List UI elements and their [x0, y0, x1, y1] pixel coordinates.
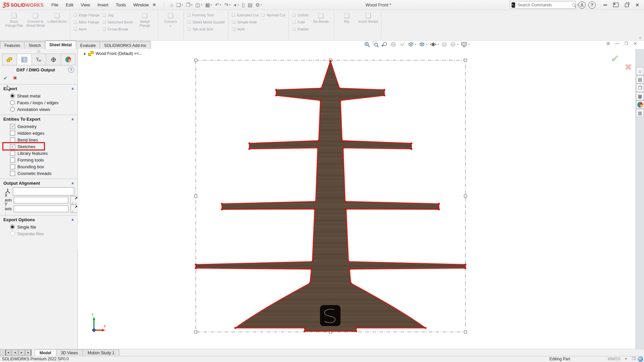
pin-menu-icon[interactable]: ✱ — [153, 2, 156, 7]
simple-hole-button[interactable]: ❏Simple Hole — [231, 18, 259, 25]
export-annotation-views-radio[interactable] — [10, 107, 15, 112]
tab-evaluate[interactable]: Evaluate — [76, 42, 100, 49]
sketch-point[interactable] — [310, 268, 312, 270]
doc-minimize-icon[interactable]: — — [614, 41, 621, 46]
open-button[interactable]: ❐▾ — [185, 2, 193, 8]
new-document-button[interactable]: ❏▾ — [175, 2, 184, 8]
doc-close-icon[interactable]: ✕ — [632, 41, 639, 46]
redo-dropdown-icon[interactable]: ▾ — [229, 3, 230, 6]
print-dropdown-icon[interactable]: ▾ — [211, 3, 212, 6]
sketch-point[interactable] — [234, 327, 236, 329]
taskpane-appearances-button[interactable] — [636, 101, 644, 109]
rebuild-button[interactable]: ▯ — [241, 2, 246, 8]
taskpane-design-library-button[interactable]: ▤ — [636, 75, 644, 83]
open-dropdown-icon[interactable]: ▾ — [191, 3, 192, 6]
sketch-point[interactable] — [317, 147, 319, 149]
jog-button[interactable]: ❏Jog — [102, 11, 133, 18]
panel-help-icon[interactable]: ? — [68, 67, 74, 73]
tab-3d-views[interactable]: 3D Views — [56, 349, 83, 356]
undo-button[interactable]: ↶▾ — [214, 2, 222, 8]
sketch-point[interactable] — [348, 268, 351, 270]
entity-geometry-checkbox[interactable]: ✓ — [10, 124, 15, 129]
sketch-point[interactable] — [315, 200, 317, 202]
extruded-cut-button[interactable]: ❏Extruded Cut — [231, 11, 259, 18]
search-icon[interactable] — [572, 3, 575, 7]
selection-handle[interactable] — [195, 59, 197, 62]
panel-tab-dxf-dwg-output[interactable] — [17, 54, 32, 65]
sketch-point[interactable] — [411, 142, 413, 144]
select-button[interactable]: ➤▾ — [232, 2, 240, 8]
panel-tab-appearances[interactable] — [61, 54, 76, 65]
ok-button[interactable]: ✔ — [3, 75, 8, 81]
entity-hidden-edges[interactable]: Hidden edges — [0, 130, 77, 136]
doc-pane-icon[interactable]: ⊞ — [605, 41, 611, 46]
search-input[interactable] — [517, 2, 570, 8]
sketch-point[interactable] — [338, 87, 340, 89]
entity-bounding-box-checkbox[interactable] — [10, 164, 15, 169]
user-account-icon[interactable] — [578, 1, 586, 9]
panel-tab-dimxpert[interactable] — [46, 54, 61, 65]
selection-handle[interactable] — [464, 195, 467, 197]
display-style-dropdown-icon[interactable]: ▾ — [426, 43, 427, 46]
ribbon-collapse-icon[interactable]: ∧ — [639, 36, 641, 40]
sketch-point[interactable] — [320, 87, 322, 89]
entity-forming-tools[interactable]: Forming tools — [0, 157, 77, 163]
no-bends-button[interactable]: ❑No Bends — [311, 11, 331, 23]
option-single-file[interactable]: Single file — [0, 224, 77, 230]
sketch-point[interactable] — [383, 95, 385, 97]
selection-handle[interactable] — [464, 330, 467, 333]
x-axis-field[interactable] — [14, 197, 68, 203]
sketch-point[interactable] — [465, 267, 467, 269]
alignment-collapse-icon[interactable]: ∧ — [71, 181, 74, 185]
export-annotation-views[interactable]: Annotation views — [0, 106, 77, 113]
export-collapse-icon[interactable]: ∧ — [71, 86, 74, 91]
web-status-icon[interactable] — [638, 357, 643, 362]
sketch-point[interactable] — [309, 282, 311, 284]
sketch-point[interactable] — [345, 208, 347, 210]
tab-sketch[interactable]: Sketch — [24, 42, 45, 49]
entity-library-features[interactable]: Library features — [0, 150, 77, 157]
view-settings-icon[interactable]: ▾ — [461, 41, 470, 48]
hem-button[interactable]: ❏Hem — [73, 25, 100, 33]
previous-view-icon[interactable] — [381, 41, 388, 48]
sketch-point[interactable] — [355, 327, 357, 329]
tab-solidworks-add-ins[interactable]: SOLIDWORKS Add-Ins — [100, 42, 150, 49]
tab-features[interactable]: Features — [0, 42, 24, 49]
pane-splitter[interactable] — [0, 349, 4, 356]
help-icon[interactable]: ? — [588, 1, 596, 9]
base-flange-tab-button[interactable]: ❑Base Flange/Tab — [4, 11, 24, 27]
menu-view[interactable]: View — [77, 1, 93, 9]
lofted-bend-button[interactable]: ❑Lofted-Bend — [47, 11, 67, 23]
sketch-point[interactable] — [195, 267, 197, 269]
sketch-point[interactable] — [311, 261, 313, 263]
sketch-point[interactable] — [314, 208, 316, 210]
sketch-point[interactable] — [438, 208, 440, 210]
entity-library-features-checkbox[interactable] — [10, 151, 15, 156]
sketch-point[interactable] — [275, 89, 277, 91]
sketch-point[interactable] — [318, 140, 320, 142]
sketch-point[interactable] — [383, 89, 385, 91]
sketch-point[interactable] — [249, 148, 251, 150]
graphics-viewport[interactable]: ▶ Wood Front (Default) <<... ✔ ✖ Y X — [78, 49, 636, 349]
entity-sketches[interactable]: ✓Sketches — [0, 143, 77, 150]
fold-button[interactable]: ❏Fold — [291, 18, 309, 25]
sketch-point[interactable] — [195, 263, 197, 265]
close-window-button[interactable]: ✕ — [633, 1, 642, 9]
selection-handle[interactable] — [195, 195, 197, 197]
zoom-to-fit-icon[interactable] — [364, 41, 370, 48]
nav-last-button[interactable]: ▶ — [25, 350, 32, 356]
sketch-point[interactable] — [329, 60, 331, 62]
new-document-dropdown-icon[interactable]: ▾ — [181, 3, 183, 6]
taskpane-view-palette-button[interactable]: ▦ — [636, 92, 644, 100]
nav-next-button[interactable]: ▶ — [18, 350, 25, 356]
panel-tab-configurations[interactable] — [32, 54, 47, 65]
expand-tree-icon[interactable]: ▶ — [84, 52, 86, 55]
sketched-bend-button[interactable]: ❏Sketched Bend — [102, 18, 133, 25]
menu-edit[interactable]: Edit — [63, 1, 76, 9]
view-orientation-dropdown-icon[interactable]: ▾ — [415, 43, 416, 46]
menu-insert[interactable]: Insert — [94, 1, 111, 9]
tab-motion-study-1[interactable]: Motion Study 1 — [83, 349, 119, 356]
cancel-button[interactable]: ✖ — [13, 75, 17, 81]
undo-dropdown-icon[interactable]: ▾ — [220, 3, 221, 6]
selection-handle[interactable] — [195, 330, 197, 333]
